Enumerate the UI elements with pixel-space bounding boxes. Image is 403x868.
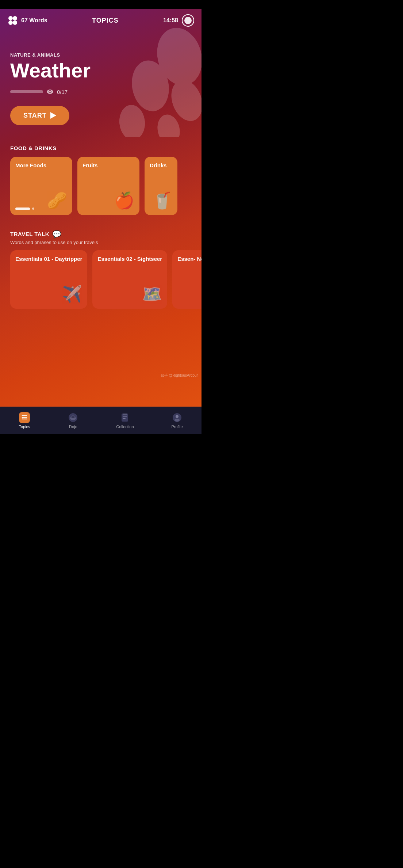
time-display: 14:58 [163,17,178,24]
header-title: TOPICS [92,17,119,24]
cards-row-food[interactable]: More Foods 🥜 Fruits 🍎 Drinks [0,157,202,215]
card-icon-drinks: 🥤 [152,191,172,210]
card-title-essentials-03: Essen- Noma... [177,255,202,263]
start-button[interactable]: START [10,106,69,125]
section-header-travel: TRAVEL TALK 💬 Words and phrases to use o… [0,230,202,245]
svg-rect-18 [72,416,74,418]
start-button-label: START [23,112,47,119]
card-title-essentials-02: Essentials 02 - Sightseer [97,255,162,263]
nav-label-topics: Topics [19,425,30,429]
progress-row: 0/17 [10,89,191,95]
card-essentials-01[interactable]: Essentials 01 - Daytripper ✈️ [10,250,87,309]
section-header-food: FOOD & DRINKS [0,145,202,152]
nav-item-collection[interactable]: Collection [110,410,139,431]
nav-item-profile[interactable]: Profile [165,410,188,431]
topic-title: Weather [10,60,191,81]
svg-rect-13 [22,417,23,418]
svg-rect-21 [123,416,127,417]
category-label: NATURE & ANIMALS [10,52,191,58]
main-content: 67 Words TOPICS 14:58 NATURE & ANIMALS W… [0,9,202,407]
svg-point-7 [8,20,13,25]
card-icon-fruits: 🍎 [114,191,134,210]
card-title-drinks: Drinks [150,162,172,169]
bottom-nav: Topics Dojo [0,407,202,434]
card-bottom-more-foods [15,208,67,210]
section-title-row-travel: TRAVEL TALK 💬 [10,230,191,239]
card-more-foods[interactable]: More Foods 🥜 [10,157,72,215]
card-icon-essentials-02: 🗺️ [142,285,162,304]
app-screen: 67 Words TOPICS 14:58 NATURE & ANIMALS W… [0,0,202,434]
header: 67 Words TOPICS 14:58 [0,9,202,30]
section-title-food: FOOD & DRINKS [10,145,57,151]
svg-rect-20 [123,414,127,415]
card-title-more-foods: More Foods [15,162,67,169]
app-logo-icon [7,15,18,26]
word-count: 67 Words [21,17,47,24]
card-essentials-03[interactable]: Essen- Noma... [172,250,202,309]
topics-icon [19,412,30,423]
watermark: 知乎 @RightousArdour [161,373,198,378]
card-progress-bar [15,208,30,210]
record-button-inner [184,17,192,24]
nav-item-dojo[interactable]: Dojo [62,410,84,431]
card-essentials-02[interactable]: Essentials 02 - Sightseer 🗺️ [92,250,167,309]
card-fruits[interactable]: Fruits 🍎 [77,157,139,215]
nav-label-dojo: Dojo [69,425,77,429]
header-left: 67 Words [7,15,47,26]
nav-label-profile: Profile [171,425,183,429]
chat-bubble-icon: 💬 [52,230,61,239]
collection-icon [119,412,130,423]
section-title-travel: TRAVEL TALK [10,231,49,237]
nav-item-topics[interactable]: Topics [13,410,36,431]
progress-bar-container [10,90,43,93]
section-food-drinks: FOOD & DRINKS More Foods 🥜 Fruits 🍎 [0,136,202,221]
svg-point-25 [174,419,180,422]
status-bar [0,0,202,9]
section-subtitle-travel: Words and phrases to use on your travels [10,240,191,245]
svg-point-24 [176,415,179,418]
svg-point-5 [8,16,13,20]
section-travel-talk: TRAVEL TALK 💬 Words and phrases to use o… [0,221,202,315]
eye-icon [47,90,53,94]
svg-point-8 [13,20,17,25]
cards-row-travel[interactable]: Essentials 01 - Daytripper ✈️ Essentials… [0,250,202,309]
svg-rect-14 [22,419,23,419]
nav-label-collection: Collection [116,425,134,429]
svg-rect-12 [22,415,23,416]
card-icon-essentials-01: ✈️ [62,285,82,304]
svg-rect-22 [123,418,126,419]
card-title-essentials-01: Essentials 01 - Daytripper [15,255,82,263]
hero-section: NATURE & ANIMALS Weather 0/17 START [0,30,202,136]
profile-icon [172,412,183,423]
svg-point-6 [13,16,17,20]
card-eye-dot [32,208,34,210]
dojo-icon [68,412,78,423]
progress-text: 0/17 [57,89,68,95]
header-right: 14:58 [163,14,194,27]
record-button[interactable] [182,14,194,27]
card-drinks[interactable]: Drinks 🥤 [145,157,177,215]
play-icon [50,112,56,119]
card-title-fruits: Fruits [82,162,134,169]
